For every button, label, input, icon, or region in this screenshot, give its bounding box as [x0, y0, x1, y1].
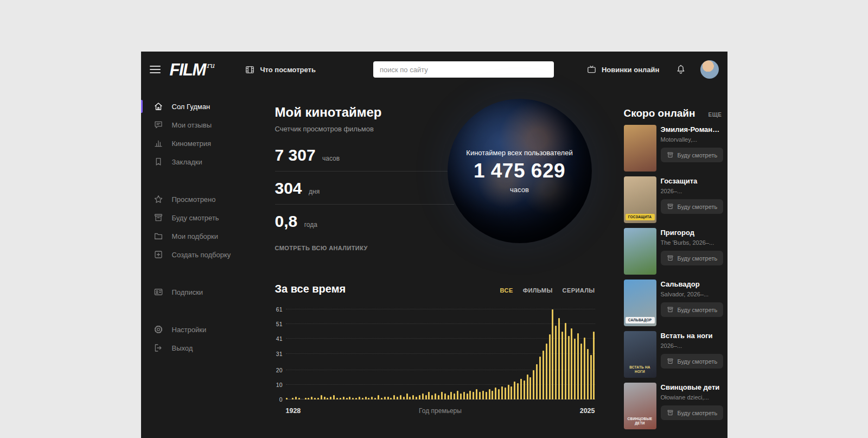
- bar-1950: [355, 398, 357, 399]
- poster-caption: СВИНЦОВЫЕ ДЕТИ: [626, 416, 655, 427]
- will-watch-button[interactable]: Буду смотреть: [661, 302, 724, 317]
- x-axis-start-year: 1928: [286, 407, 301, 415]
- bar-2002: [520, 379, 522, 399]
- sidebar-nav: Сол ГудманМои отзывыКинометрияЗакладкиПр…: [141, 87, 275, 434]
- sidebar-item-plus[interactable]: Создать подборку: [141, 245, 275, 264]
- bar-1928: [286, 398, 288, 399]
- movie-title[interactable]: Госзащита: [661, 177, 722, 185]
- bar-1944: [336, 398, 338, 399]
- bar-2011: [549, 334, 551, 399]
- stat-value: 304: [275, 179, 302, 197]
- movie-title[interactable]: Встать на ноги: [661, 332, 722, 340]
- chart-tab-all[interactable]: ВСЕ: [500, 287, 513, 294]
- bar-2004: [527, 374, 528, 399]
- nav-what-label: Что посмотреть: [260, 66, 316, 74]
- bar-1962: [393, 395, 395, 399]
- bar-1939: [321, 395, 322, 399]
- app-window: FILM ru Что посмотреть Новинки онлайн Со…: [141, 52, 727, 438]
- movie-title[interactable]: Пригород: [661, 228, 722, 237]
- sidebar-item-settings[interactable]: Настройки: [141, 320, 275, 339]
- content: Сол ГудманМои отзывыКинометрияЗакладкиПр…: [141, 87, 727, 434]
- nav-new-online[interactable]: Новинки онлайн: [586, 65, 659, 75]
- view-analytics-link[interactable]: СМОТРЕТЬ ВСЮ АНАЛИТИКУ: [275, 245, 368, 251]
- stat-unit: дня: [309, 188, 320, 195]
- will-watch-label: Буду смотреть: [678, 410, 718, 416]
- bar-1973: [428, 392, 430, 399]
- tv-icon: [586, 65, 597, 75]
- movie-poster[interactable]: СВИНЦОВЫЕ ДЕТИ: [624, 383, 656, 429]
- chart-tab-series[interactable]: СЕРИАЛЫ: [563, 287, 595, 294]
- avatar[interactable]: [700, 60, 719, 79]
- movie-poster[interactable]: [624, 228, 656, 275]
- bar-1987: [473, 392, 474, 399]
- nav-what-to-watch[interactable]: Что посмотреть: [245, 65, 316, 75]
- bar-1966: [406, 393, 408, 399]
- will-watch-button[interactable]: Буду смотреть: [661, 354, 724, 369]
- globe-caption: Кинотаймер всех пользователей: [466, 149, 572, 157]
- search-input[interactable]: [373, 61, 554, 78]
- bar-1989: [479, 392, 481, 399]
- movie-title[interactable]: Эмилия-Романья:...: [661, 125, 722, 134]
- bar-1970: [419, 395, 420, 399]
- stat-unit: часов: [322, 155, 340, 162]
- will-watch-button[interactable]: Буду смотреть: [661, 199, 724, 214]
- bar-2000: [514, 382, 515, 399]
- bar-2003: [524, 380, 525, 399]
- sidebar-item-label: Выход: [172, 344, 193, 352]
- will-watch-button[interactable]: Буду смотреть: [661, 405, 724, 420]
- sidebar-item-watchlist[interactable]: Буду смотреть: [141, 208, 275, 227]
- soon-list: Эмилия-Романья:...Motorvalley,...Буду см…: [624, 125, 722, 429]
- bar-1972: [425, 395, 427, 399]
- soon-online-rail: Скоро онлайн ЕЩЕ Эмилия-Романья:...Motor…: [624, 87, 727, 434]
- bar-1967: [409, 397, 411, 399]
- bar-1961: [390, 398, 392, 399]
- movie-poster[interactable]: САЛЬВАДОР: [624, 280, 656, 326]
- logo[interactable]: FILM ru: [170, 61, 215, 78]
- will-watch-button[interactable]: Буду смотреть: [661, 251, 724, 265]
- bar-1934: [305, 398, 307, 399]
- soon-card: ГОСЗАЩИТАГосзащита2026–...Буду смотреть: [624, 176, 722, 223]
- bar-1969: [416, 397, 417, 399]
- stat-unit: года: [304, 221, 317, 228]
- soon-card: САЛЬВАДОРСальвадорSalvador, 2026–...Буду…: [624, 280, 722, 326]
- watchlist-icon: [667, 203, 674, 210]
- bookmark-icon: [154, 157, 163, 167]
- chart-title: За все время: [275, 283, 346, 295]
- bar-1976: [438, 395, 439, 399]
- bar-1968: [412, 395, 414, 399]
- bar-2016: [565, 323, 566, 400]
- will-watch-button[interactable]: Буду смотреть: [661, 148, 724, 162]
- bar-1963: [397, 397, 398, 399]
- movie-poster[interactable]: [624, 125, 656, 172]
- chart-header: За все время ВСЕФИЛЬМЫСЕРИАЛЫ: [275, 283, 595, 295]
- bar-1943: [333, 395, 335, 399]
- movie-subtitle: 2026–...: [661, 188, 722, 194]
- movie-title[interactable]: Сальвадор: [661, 280, 722, 288]
- sidebar-item-bookmark[interactable]: Закладки: [141, 153, 275, 171]
- stat-value: 0,8: [275, 212, 298, 230]
- sidebar-item-folder[interactable]: Мои подборки: [141, 227, 275, 245]
- card-body: Эмилия-Романья:...Motorvalley,...Буду см…: [656, 125, 722, 172]
- sidebar-item-home[interactable]: Сол Гудман: [141, 97, 275, 116]
- sidebar-item-label: Закладки: [172, 158, 202, 166]
- logo-text: FILM: [170, 61, 206, 78]
- rail-header: Скоро онлайн ЕЩЕ: [624, 107, 722, 119]
- movie-title[interactable]: Свинцовые дети: [661, 383, 722, 391]
- bar-1956: [374, 398, 376, 399]
- bar-1974: [431, 395, 433, 399]
- bar-2025: [593, 332, 595, 399]
- movie-poster[interactable]: ВСТАТЬ НА НОГИ: [624, 331, 656, 378]
- sidebar-item-chart[interactable]: Кинометрия: [141, 134, 275, 153]
- more-link[interactable]: ЕЩЕ: [708, 112, 722, 118]
- sidebar-item-reviews[interactable]: Мои отзывы: [141, 116, 275, 134]
- nav-new-label: Новинки онлайн: [602, 66, 659, 74]
- sidebar-item-logout[interactable]: Выход: [141, 339, 275, 357]
- chart-tab-films[interactable]: ФИЛЬМЫ: [523, 287, 553, 294]
- soon-card: ПригородThe 'Burbs, 2026–...Буду смотрет…: [624, 228, 722, 275]
- sidebar-item-subscriptions[interactable]: Подписки: [141, 283, 275, 301]
- bell-icon[interactable]: [675, 64, 686, 75]
- bar-2007: [536, 364, 538, 399]
- movie-poster[interactable]: ГОСЗАЩИТА: [624, 176, 656, 223]
- sidebar-item-star[interactable]: Просмотрено: [141, 190, 275, 208]
- menu-icon[interactable]: [150, 66, 161, 73]
